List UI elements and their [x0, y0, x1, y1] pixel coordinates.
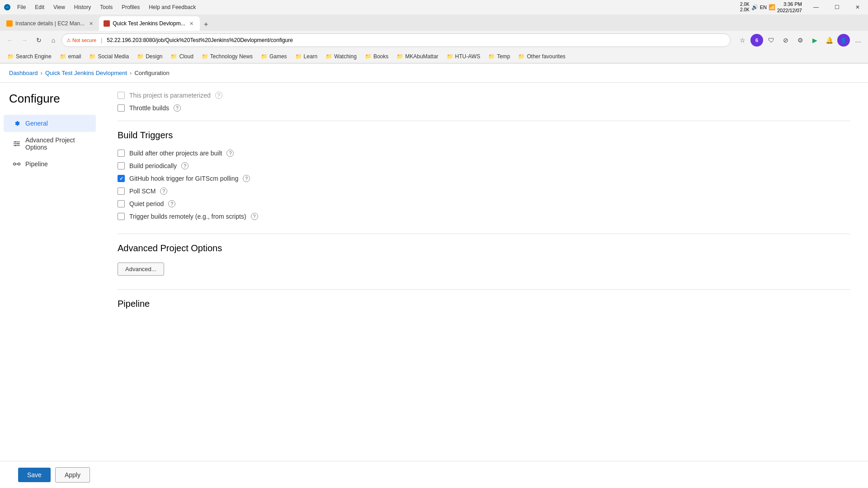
main-panel: This project is parameterized ? Throttle…	[99, 83, 868, 488]
trigger-label-3: Poll SCM	[129, 188, 156, 195]
parameterized-row: This project is parameterized ?	[118, 92, 850, 99]
advanced-button[interactable]: Advanced...	[118, 263, 164, 276]
menu-edit[interactable]: Edit	[30, 0, 49, 14]
menu-help[interactable]: Help and Feedback	[144, 0, 200, 14]
network-icon: 🔊	[751, 4, 758, 10]
page-title: Configure	[0, 92, 99, 115]
extension-icon-5[interactable]: ▶	[808, 34, 821, 47]
bookmark-social-media[interactable]: 📁 Social Media	[85, 51, 132, 62]
svg-point-1	[15, 141, 16, 143]
gear-icon	[13, 119, 21, 127]
pipeline-content-placeholder	[118, 318, 850, 345]
parameterized-help[interactable]: ?	[215, 92, 222, 99]
breadcrumb-dashboard[interactable]: Dashboard	[9, 70, 38, 76]
trigger-checkbox-3[interactable]	[118, 188, 125, 195]
extension-icon-4[interactable]: ⚙	[794, 34, 807, 47]
bookmark-email[interactable]: 📁 email	[56, 51, 85, 62]
window-controls[interactable]: — ☐ ✕	[806, 0, 868, 14]
profile-icon[interactable]: 👤	[837, 34, 850, 47]
trigger-checkbox-5[interactable]	[118, 213, 125, 220]
menu-view[interactable]: View	[49, 0, 70, 14]
bookmarks-bar: 📁 Search Engine 📁 email 📁 Social Media 📁…	[0, 50, 868, 63]
home-button[interactable]: ⌂	[47, 34, 60, 47]
breadcrumb-project[interactable]: Quick Test Jenkins Devlopment	[45, 70, 127, 76]
bookmark-htu-aws[interactable]: 📁 HTU-AWS	[443, 51, 484, 62]
extension-icon-1[interactable]: 6	[750, 34, 763, 47]
options-icon	[13, 140, 21, 148]
trigger-row-4: Quiet period ?	[118, 200, 850, 207]
bookmark-games[interactable]: 📁 Games	[257, 51, 291, 62]
trigger-help-5[interactable]: ?	[251, 213, 258, 220]
sidebar-item-general[interactable]: General	[4, 115, 96, 132]
address-bar[interactable]: ⚠ Not secure | 52.22.196.203:8080/job/Qu…	[61, 33, 731, 47]
minimize-button[interactable]: —	[806, 0, 826, 14]
tab-close-ec2[interactable]: ✕	[87, 20, 94, 27]
close-button[interactable]: ✕	[847, 0, 868, 14]
breadcrumb-bar: Dashboard › Quick Test Jenkins Devlopmen…	[0, 64, 868, 83]
more-button[interactable]: …	[852, 34, 864, 47]
sidebar-item-advanced[interactable]: Advanced Project Options	[4, 132, 96, 155]
extension-icon-2[interactable]: 🛡	[765, 34, 778, 47]
parameterized-label: This project is parameterized	[129, 92, 211, 99]
tab-bar: Instance details | EC2 Man... ✕ Quick Te…	[0, 14, 868, 31]
menu-file[interactable]: File	[13, 0, 30, 14]
trigger-help-1[interactable]: ?	[181, 162, 189, 169]
trigger-help-0[interactable]: ?	[226, 150, 234, 157]
throttle-builds-checkbox[interactable]	[118, 104, 125, 112]
bookmark-temp[interactable]: 📁 Temp	[485, 51, 514, 62]
tab-ec2[interactable]: Instance details | EC2 Man... ✕	[2, 16, 99, 31]
sidebar-item-pipeline[interactable]: Pipeline	[4, 155, 96, 173]
throttle-builds-help[interactable]: ?	[174, 104, 181, 112]
svg-point-3	[15, 145, 16, 146]
menu-tools[interactable]: Tools	[95, 0, 117, 14]
apply-button[interactable]: Apply	[55, 467, 90, 483]
bookmark-mkabumatter[interactable]: 📁 MKAbuMattar	[393, 51, 442, 62]
browser-chrome: Instance details | EC2 Man... ✕ Quick Te…	[0, 14, 868, 64]
folder-icon: 📁	[518, 53, 525, 60]
bookmark-cloud[interactable]: 📁 Cloud	[167, 51, 197, 62]
extension-icon-6[interactable]: 🔔	[823, 34, 835, 47]
pipeline-icon	[13, 160, 21, 168]
trigger-row-3: Poll SCM ?	[118, 188, 850, 195]
bookmark-learn[interactable]: 📁 Learn	[292, 51, 321, 62]
trigger-checkbox-1[interactable]	[118, 162, 125, 169]
tab-jenkins[interactable]: Quick Test Jenkins Devlopm... ✕	[99, 16, 200, 31]
folder-icon: 📁	[447, 53, 453, 60]
back-button[interactable]: ←	[4, 34, 16, 47]
bookmark-tech-news[interactable]: 📁 Technology News	[198, 51, 256, 62]
maximize-button[interactable]: ☐	[826, 0, 847, 14]
sidebar-label-pipeline: Pipeline	[25, 160, 48, 168]
trigger-label-2: GitHub hook trigger for GITScm polling	[129, 175, 238, 182]
favorites-icon[interactable]: ☆	[736, 34, 749, 47]
trigger-checkbox-0[interactable]	[118, 150, 125, 157]
nav-bar: ← → ↻ ⌂ ⚠ Not secure | 52.22.196.203:808…	[0, 31, 868, 50]
bookmark-design[interactable]: 📁 Design	[133, 51, 166, 62]
new-tab-button[interactable]: +	[200, 18, 212, 31]
nav-icons: ☆ 6 🛡 ⊘ ⚙ ▶ 🔔 👤 …	[736, 34, 864, 47]
trigger-help-2[interactable]: ?	[243, 175, 250, 182]
sidebar-label-advanced: Advanced Project Options	[25, 136, 87, 151]
forward-button[interactable]: →	[18, 34, 31, 47]
trigger-help-3[interactable]: ?	[160, 188, 167, 195]
trigger-help-4[interactable]: ?	[168, 200, 175, 207]
bookmark-watching[interactable]: 📁 Watching	[322, 51, 360, 62]
folder-icon: 📁	[326, 53, 332, 60]
folder-icon: 📁	[202, 53, 208, 60]
tab-favicon-ec2	[6, 20, 13, 27]
tab-close-jenkins[interactable]: ✕	[188, 20, 195, 27]
bookmark-books[interactable]: 📁 Books	[361, 51, 392, 62]
divider-1	[118, 121, 850, 121]
bookmark-other-favourites[interactable]: 📁 Other favourites	[514, 51, 569, 62]
menu-history[interactable]: History	[70, 0, 95, 14]
trigger-checkbox-2[interactable]	[118, 175, 125, 182]
trigger-checkbox-4[interactable]	[118, 200, 125, 207]
parameterized-checkbox[interactable]	[118, 92, 125, 99]
bookmark-search-engine[interactable]: 📁 Search Engine	[4, 51, 55, 62]
svg-point-5	[18, 163, 20, 165]
menu-profiles[interactable]: Profiles	[117, 0, 144, 14]
save-button[interactable]: Save	[18, 468, 51, 482]
folder-icon: 📁	[89, 53, 96, 60]
refresh-button[interactable]: ↻	[33, 34, 45, 47]
extension-icon-3[interactable]: ⊘	[779, 34, 792, 47]
throttle-builds-row: Throttle builds ?	[118, 104, 850, 112]
